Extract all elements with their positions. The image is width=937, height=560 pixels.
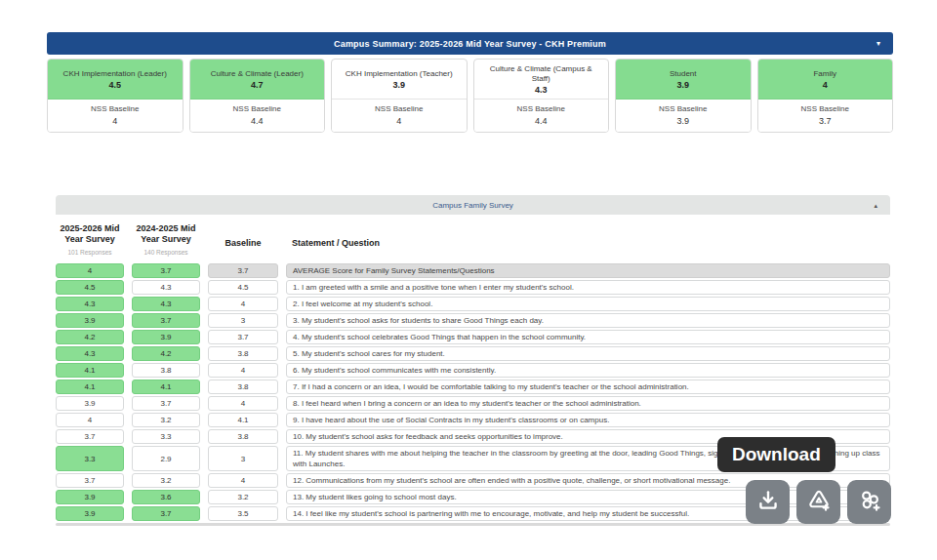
score-2025-cell: 3.9 [56, 490, 124, 504]
summary-card: Student 3.9 NSS Baseline 3.9 [615, 59, 752, 133]
baseline-cell: 4.1 [208, 413, 278, 427]
score-2025-cell: 4 [56, 413, 124, 427]
card-baseline-label: NSS Baseline [52, 104, 179, 113]
share-to-app-button[interactable] [847, 480, 891, 524]
statement-cell: 7. If I had a concern or an idea, I woul… [286, 380, 890, 394]
card-value: 4.3 [480, 85, 603, 95]
panel-collapse-header[interactable]: Campus Family Survey ▴ [56, 195, 890, 215]
score-2025-cell: 3.9 [56, 396, 124, 411]
card-top: Culture & Climate (Campus & Staff) 4.3 [474, 60, 609, 100]
card-value: 4 [764, 80, 887, 90]
score-2024-cell: 3.7 [132, 263, 200, 278]
score-2024-cell: 3.8 [132, 363, 200, 378]
column-header-2024-title: 2024-2025 Mid Year Survey [132, 223, 200, 245]
card-baseline-value: 4 [336, 116, 463, 126]
score-2025-cell: 4 [56, 263, 124, 278]
table-column-headers: 2025-2026 Mid Year Survey 101 Responses … [56, 215, 890, 263]
summary-card: Culture & Climate (Leader) 4.7 NSS Basel… [189, 59, 326, 133]
card-baseline-value: 3.7 [762, 116, 889, 126]
card-value: 3.9 [338, 80, 461, 90]
score-2024-cell: 3.2 [132, 473, 200, 488]
column-header-baseline: Baseline [208, 238, 278, 258]
statement-cell: 2. I feel welcome at my student's school… [286, 297, 890, 311]
table-row: 4.3 4.3 4 2. I feel welcome at my studen… [56, 297, 890, 311]
card-baseline-label: NSS Baseline [478, 104, 605, 113]
save-to-drive-button[interactable] [796, 480, 840, 524]
summary-card: Family 4 NSS Baseline 3.7 [757, 59, 894, 133]
score-2025-cell: 3.9 [56, 506, 124, 521]
panel-title: Campus Family Survey [432, 201, 513, 210]
score-2024-cell: 4.2 [132, 346, 200, 361]
statement-cell: 6. My student's school communicates with… [286, 363, 890, 378]
card-value: 4.5 [54, 80, 177, 90]
summary-card: Culture & Climate (Campus & Staff) 4.3 N… [473, 59, 610, 133]
card-top: CKH Implementation (Leader) 4.5 [48, 60, 183, 100]
baseline-cell: 3.8 [208, 346, 278, 361]
card-top: Culture & Climate (Leader) 4.7 [190, 60, 325, 100]
clover-plus-icon [857, 488, 882, 517]
chevron-down-icon[interactable]: ▾ [876, 40, 880, 48]
table-row: 4.2 3.9 3.7 4. My student's school celeb… [56, 330, 890, 344]
score-2024-cell: 3.6 [132, 490, 200, 504]
table-row: 4 3.2 4.1 9. I have heard about the use … [56, 413, 890, 427]
score-2025-cell: 4.3 [56, 346, 124, 361]
chevron-up-icon[interactable]: ▴ [874, 202, 877, 209]
baseline-cell: 3.2 [208, 490, 278, 504]
card-label: CKH Implementation (Teacher) [338, 69, 461, 79]
score-2024-cell: 4.3 [132, 280, 200, 295]
card-baseline-value: 3.9 [620, 116, 747, 126]
score-2024-cell: 3.7 [132, 396, 200, 411]
score-2024-cell: 4.3 [132, 297, 200, 311]
card-label: Student [622, 69, 745, 79]
table-row: 4.5 4.3 4.5 1. I am greeted with a smile… [56, 280, 890, 295]
score-2024-cell: 3.7 [132, 313, 200, 328]
card-label: CKH Implementation (Leader) [54, 69, 177, 79]
score-2025-cell: 4.1 [56, 363, 124, 378]
baseline-cell: 3.7 [208, 263, 278, 278]
column-header-2025-survey: 2025-2026 Mid Year Survey 101 Responses [56, 223, 124, 258]
score-2024-cell: 4.1 [132, 380, 200, 394]
card-baseline-value: 4 [52, 116, 179, 126]
table-row: 4.1 4.1 3.8 7. If I had a concern or an … [56, 380, 890, 394]
card-baseline-value: 4.4 [194, 116, 321, 126]
baseline-cell: 3.8 [208, 380, 278, 394]
download-tooltip: Download [717, 437, 835, 472]
score-2025-cell: 3.9 [56, 313, 124, 328]
statement-cell: 5. My student's school cares for my stud… [286, 346, 890, 361]
score-2024-cell: 3.7 [132, 506, 200, 521]
statement-cell: 1. I am greeted with a smile and a posit… [286, 280, 890, 295]
summary-card: CKH Implementation (Teacher) 3.9 NSS Bas… [331, 59, 468, 133]
campus-summary-dropdown[interactable]: Campus Summary: 2025-2026 Mid Year Surve… [47, 32, 893, 55]
statement-cell: 4. My student's school celebrates Good T… [286, 330, 890, 344]
campus-family-survey-panel: Campus Family Survey ▴ 2025-2026 Mid Yea… [56, 195, 890, 526]
card-baseline-value: 4.4 [478, 116, 605, 126]
score-2025-cell: 3.7 [56, 429, 124, 444]
card-bottom: NSS Baseline 4.4 [190, 100, 325, 132]
card-top: Student 3.9 [616, 60, 751, 100]
baseline-cell: 4 [208, 473, 278, 488]
score-2024-cell: 2.9 [132, 446, 200, 471]
column-header-2024-responses: 140 Responses [132, 247, 200, 258]
table-row: 4.1 3.8 4 6. My student's school communi… [56, 363, 890, 378]
score-2024-cell: 3.9 [132, 330, 200, 344]
statement-cell: 8. I feel heard when I bring a concern o… [286, 396, 890, 411]
triangle-plus-icon [806, 488, 832, 517]
score-2024-cell: 3.3 [132, 429, 200, 444]
statement-cell: 3. My student's school asks for students… [286, 313, 890, 328]
download-icon [755, 488, 781, 517]
card-bottom: NSS Baseline 4 [48, 100, 183, 132]
baseline-cell: 3 [208, 313, 278, 328]
score-2025-cell: 4.2 [56, 330, 124, 344]
baseline-cell: 4 [208, 396, 278, 411]
statement-cell: AVERAGE Score for Family Survey Statemen… [286, 263, 890, 278]
baseline-cell: 3 [208, 446, 278, 471]
baseline-cell: 3.8 [208, 429, 278, 444]
baseline-cell: 4 [208, 297, 278, 311]
card-label: Culture & Climate (Leader) [196, 69, 319, 79]
baseline-cell: 4.5 [208, 280, 278, 295]
column-header-2025-responses: 101 Responses [56, 247, 124, 258]
card-bottom: NSS Baseline 3.7 [758, 100, 893, 132]
download-button[interactable] [746, 480, 790, 524]
score-2025-cell: 4.5 [56, 280, 124, 295]
column-header-2025-title: 2025-2026 Mid Year Survey [56, 223, 124, 245]
